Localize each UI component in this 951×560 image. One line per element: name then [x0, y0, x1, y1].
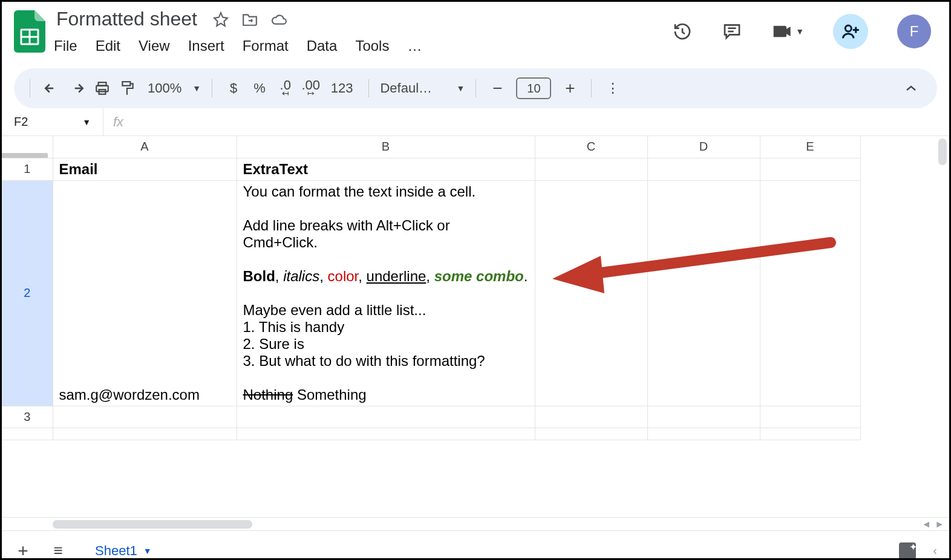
- sheets-app-icon[interactable]: [14, 10, 45, 53]
- cell-a2[interactable]: sam.g@wordzen.com: [53, 180, 237, 406]
- scrollbar-thumb[interactable]: [938, 138, 947, 165]
- scroll-left-icon[interactable]: ◄: [921, 519, 931, 530]
- cell-e4[interactable]: [760, 428, 860, 440]
- print-button[interactable]: [92, 76, 113, 100]
- column-header-e[interactable]: E: [760, 136, 860, 158]
- account-avatar[interactable]: F: [897, 15, 931, 48]
- sep: ,: [358, 268, 366, 284]
- explore-button[interactable]: [899, 542, 916, 559]
- cell-c4[interactable]: [535, 428, 647, 440]
- menu-tools[interactable]: Tools: [355, 37, 389, 54]
- name-box-value: F2: [14, 115, 28, 129]
- menu-file[interactable]: File: [54, 37, 77, 54]
- font-family-dropdown[interactable]: Defaul… ▼: [380, 80, 465, 96]
- cell-e1[interactable]: [760, 158, 860, 180]
- toolbar: 100% ▼ $ % .0↤ .00↦ 123 Defaul… ▼ − 10 +…: [14, 68, 937, 108]
- cell-b2-line2: Add line breaks with Alt+Click or Cmd+Cl…: [243, 217, 529, 251]
- cell-b3[interactable]: [237, 406, 535, 428]
- cell-b2-combo: some combo: [434, 268, 524, 284]
- cell-b1[interactable]: ExtraText: [237, 158, 535, 180]
- title-bar: Formatted sheet File Edit View Insert Fo…: [2, 2, 949, 68]
- row-header-4[interactable]: [2, 428, 53, 440]
- column-header-b[interactable]: B: [237, 136, 535, 158]
- cell-d2[interactable]: [647, 180, 760, 406]
- sheet-tab-sheet1[interactable]: Sheet1 ▼: [84, 538, 163, 561]
- cell-c2[interactable]: [535, 180, 647, 406]
- cell-a1[interactable]: Email: [53, 158, 237, 180]
- cell-b2-underline: underline: [367, 268, 426, 284]
- column-header-c[interactable]: C: [535, 136, 647, 158]
- cell-b2[interactable]: You can format the text inside a cell. A…: [237, 180, 535, 406]
- row-header-2[interactable]: 2: [2, 180, 53, 406]
- name-box[interactable]: F2 ▼: [2, 108, 103, 135]
- format-percent-button[interactable]: %: [249, 76, 270, 100]
- menu-view[interactable]: View: [139, 37, 170, 54]
- sep: ,: [275, 268, 283, 284]
- star-icon[interactable]: [213, 11, 229, 27]
- add-sheet-button[interactable]: +: [14, 542, 32, 560]
- cell-b2-line7: 2. Sure is: [243, 336, 529, 353]
- cell-c1[interactable]: [535, 158, 647, 180]
- sep: ,: [319, 268, 327, 284]
- menu-insert[interactable]: Insert: [188, 37, 224, 54]
- cell-a4[interactable]: [53, 428, 237, 440]
- all-sheets-button[interactable]: ≡: [49, 542, 67, 560]
- increase-font-size-button[interactable]: +: [560, 76, 580, 100]
- zoom-dropdown[interactable]: 100% ▼: [143, 80, 201, 96]
- undo-button[interactable]: [41, 76, 62, 100]
- cell-e2[interactable]: [760, 180, 860, 406]
- cell-b2-line6: 1. This is handy: [243, 319, 529, 336]
- meet-icon[interactable]: ▼: [771, 21, 804, 42]
- decrease-font-size-button[interactable]: −: [487, 76, 508, 100]
- collapse-toolbar-button[interactable]: [901, 76, 921, 100]
- menu-format[interactable]: Format: [243, 37, 289, 54]
- cell-d3[interactable]: [647, 406, 760, 428]
- row-header-3[interactable]: 3: [2, 406, 53, 428]
- column-header-a[interactable]: A: [53, 136, 237, 158]
- cell-d1[interactable]: [647, 158, 760, 180]
- chevron-down-icon: ▼: [82, 117, 91, 127]
- menu-more[interactable]: …: [407, 37, 422, 54]
- cell-a3[interactable]: [53, 406, 237, 428]
- cell-e3[interactable]: [760, 406, 860, 428]
- svg-rect-9: [96, 86, 108, 92]
- redo-button[interactable]: [67, 76, 87, 100]
- cell-b2-line5: Maybe even add a little list...: [243, 302, 529, 319]
- sheet-tab-label: Sheet1: [95, 543, 137, 559]
- comments-icon[interactable]: [722, 21, 742, 42]
- svg-rect-11: [122, 82, 130, 86]
- document-title[interactable]: Formatted sheet: [54, 7, 200, 31]
- select-all-corner[interactable]: [2, 136, 53, 158]
- scroll-right-icon[interactable]: ►: [935, 519, 944, 530]
- scrollbar-thumb[interactable]: [53, 520, 252, 529]
- menu-data[interactable]: Data: [307, 37, 338, 54]
- share-button[interactable]: [833, 14, 868, 49]
- format-number-button[interactable]: 123: [326, 76, 358, 100]
- paint-format-button[interactable]: [117, 76, 138, 100]
- font-size-input[interactable]: 10: [516, 77, 551, 99]
- more-toolbar-button[interactable]: ⋮: [603, 76, 623, 100]
- horizontal-scrollbar[interactable]: ◄ ►: [2, 517, 949, 530]
- cell-c3[interactable]: [535, 406, 647, 428]
- chevron-down-icon: ▼: [796, 27, 804, 36]
- vertical-scrollbar[interactable]: [936, 136, 948, 517]
- side-panel-toggle-icon[interactable]: ‹: [933, 544, 937, 558]
- cell-b2-line3: Bold, italics, color, underline, some co…: [243, 268, 529, 285]
- decrease-decimal-button[interactable]: .0↤: [275, 76, 296, 100]
- cell-b4[interactable]: [237, 428, 535, 440]
- move-to-folder-icon[interactable]: [242, 11, 258, 27]
- column-header-d[interactable]: D: [647, 136, 760, 158]
- formula-bar: F2 ▼ fx: [2, 108, 949, 136]
- cell-b2-color: color: [328, 268, 359, 284]
- cell-b2-italics: italics: [283, 268, 319, 284]
- cloud-status-icon[interactable]: [271, 11, 287, 27]
- history-icon[interactable]: [672, 21, 693, 42]
- format-currency-button[interactable]: $: [223, 76, 244, 100]
- cell-d4[interactable]: [647, 428, 760, 440]
- spreadsheet-grid[interactable]: A B C D E 1 Email ExtraText 2 sam.g@word…: [2, 136, 949, 517]
- menu-edit[interactable]: Edit: [96, 37, 120, 54]
- font-family-value: Defaul…: [380, 80, 432, 96]
- svg-point-5: [845, 25, 851, 31]
- increase-decimal-button[interactable]: .00↦: [301, 76, 321, 100]
- row-header-1[interactable]: 1: [2, 158, 53, 180]
